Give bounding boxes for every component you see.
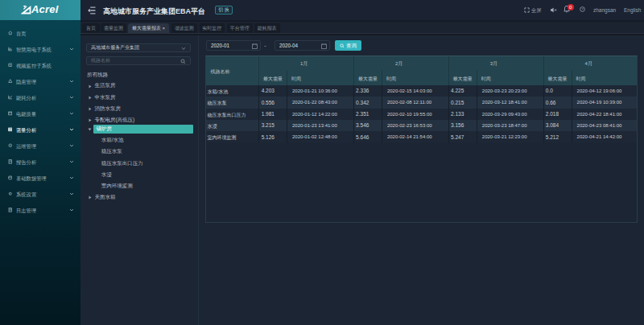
svg-text:?: ? bbox=[581, 7, 584, 11]
